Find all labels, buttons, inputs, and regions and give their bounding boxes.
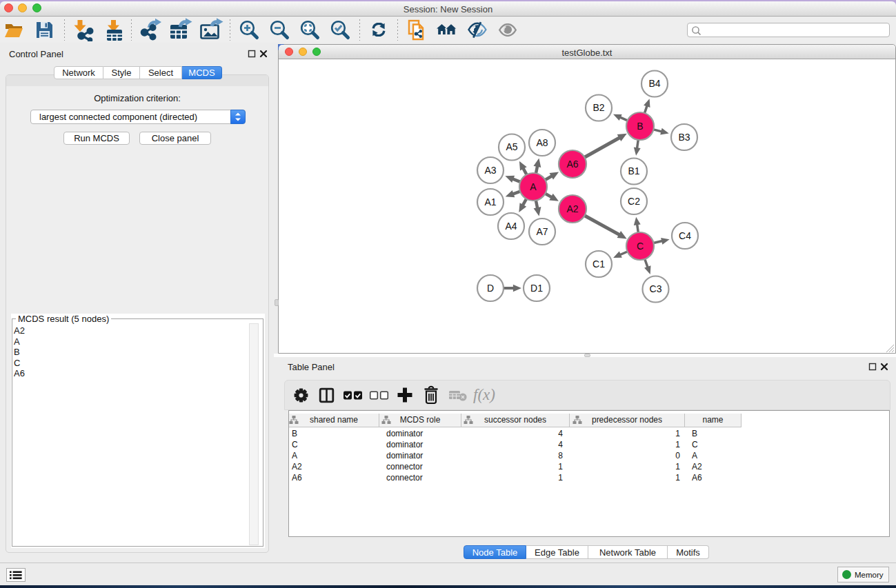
svg-text:B: B xyxy=(637,121,643,132)
svg-text:A1: A1 xyxy=(484,196,496,207)
svg-text:A: A xyxy=(530,181,537,192)
svg-text:A7: A7 xyxy=(536,226,548,237)
svg-text:C: C xyxy=(637,241,644,252)
svg-text:B2: B2 xyxy=(593,102,604,113)
svg-text:C3: C3 xyxy=(650,283,662,294)
svg-text:A6: A6 xyxy=(566,159,578,170)
svg-text:A8: A8 xyxy=(536,137,548,148)
svg-text:B3: B3 xyxy=(678,132,690,143)
svg-text:C1: C1 xyxy=(593,258,605,270)
svg-text:A5: A5 xyxy=(506,141,517,152)
svg-text:D: D xyxy=(487,283,494,294)
svg-text:A4: A4 xyxy=(505,221,517,232)
svg-text:C2: C2 xyxy=(628,196,640,207)
svg-text:B1: B1 xyxy=(628,165,639,176)
svg-text:C4: C4 xyxy=(679,230,691,241)
svg-text:A3: A3 xyxy=(484,165,496,176)
svg-text:B4: B4 xyxy=(648,78,660,89)
svg-text:A2: A2 xyxy=(566,203,578,214)
svg-text:D1: D1 xyxy=(530,283,543,294)
